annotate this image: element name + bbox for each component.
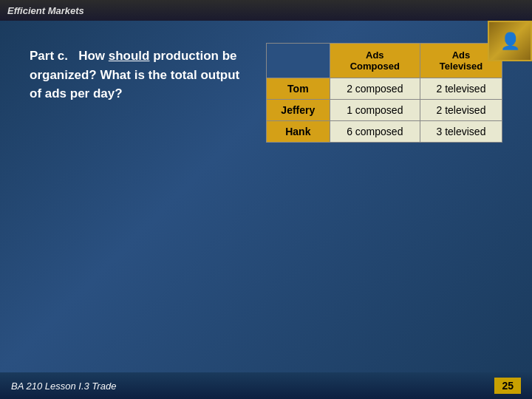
table-header-empty [267, 44, 330, 78]
question-text: Part c. How should production be organiz… [30, 47, 244, 103]
footer-lesson-label: BA 210 Lesson I.3 Trade [11, 381, 116, 392]
table-cell-tom-televised: 2 televised [420, 78, 502, 100]
page-number: 25 [494, 378, 521, 394]
question-block: Part c. How should production be organiz… [30, 43, 244, 103]
footer: BA 210 Lesson I.3 Trade 25 [0, 372, 532, 399]
table-cell-name-hank: Hank [267, 121, 330, 143]
header-title: Efficient Markets [7, 5, 84, 16]
avatar-image: 👤 [488, 21, 532, 61]
table-cell-hank-composed: 6 composed [330, 121, 420, 143]
table-cell-name-tom: Tom [267, 78, 330, 100]
avatar: 👤 [488, 21, 532, 61]
table-row: Jeffery 1 composed 2 televised [267, 100, 502, 121]
table-header-ads-composed: AdsComposed [330, 44, 420, 78]
header-bar: Efficient Markets [0, 0, 532, 21]
table-cell-jeffery-televised: 2 televised [420, 100, 502, 121]
table-cell-tom-composed: 2 composed [330, 78, 420, 100]
table-cell-name-jeffery: Jeffery [267, 100, 330, 121]
question-part: Part c. [30, 49, 68, 63]
question-underline: should [109, 49, 150, 63]
table-cell-hank-televised: 3 televised [420, 121, 502, 143]
table-block: AdsComposed AdsTelevised Tom 2 composed … [266, 43, 502, 143]
main-content: Part c. How should production be organiz… [0, 21, 532, 157]
table-cell-jeffery-composed: 1 composed [330, 100, 420, 121]
table-row: Tom 2 composed 2 televised [267, 78, 502, 100]
production-table: AdsComposed AdsTelevised Tom 2 composed … [266, 43, 502, 143]
table-row: Hank 6 composed 3 televised [267, 121, 502, 143]
